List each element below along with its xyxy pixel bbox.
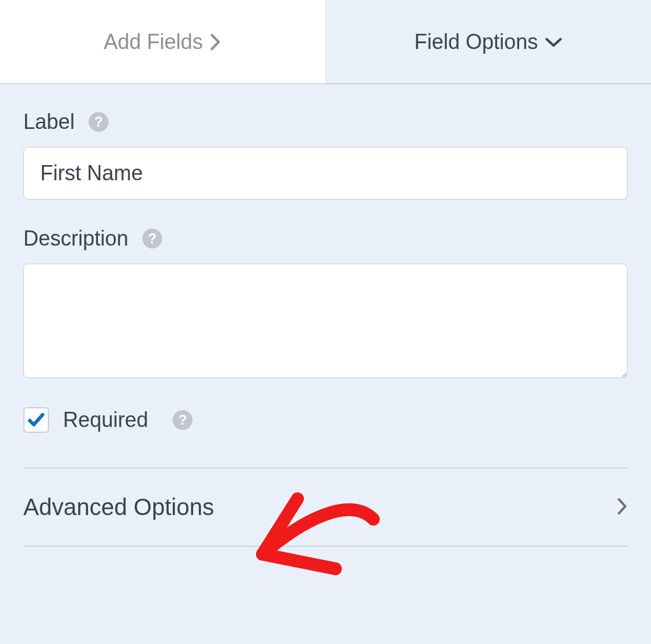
chevron-down-icon xyxy=(545,36,562,48)
required-label: Required xyxy=(63,408,148,432)
required-checkbox[interactable] xyxy=(23,407,49,433)
label-field-group: Label ? xyxy=(23,110,628,200)
advanced-options-title: Advanced Options xyxy=(23,494,214,520)
field-options-panel: Label ? Description ? Required ? Advance… xyxy=(0,84,651,547)
help-icon[interactable]: ? xyxy=(142,229,162,249)
label-input[interactable] xyxy=(23,147,628,200)
description-field-group: Description ? xyxy=(23,226,628,380)
label-heading-row: Label ? xyxy=(23,110,628,134)
chevron-right-icon xyxy=(617,498,628,517)
tab-add-fields-label: Add Fields xyxy=(104,30,203,54)
tab-field-options[interactable]: Field Options xyxy=(326,0,652,83)
chevron-right-icon xyxy=(210,33,222,51)
tabs-bar: Add Fields Field Options xyxy=(0,0,651,84)
required-row: Required ? xyxy=(23,407,628,433)
tab-add-fields[interactable]: Add Fields xyxy=(0,0,326,83)
advanced-options-row[interactable]: Advanced Options xyxy=(23,468,628,547)
description-heading-row: Description ? xyxy=(23,226,628,251)
description-textarea[interactable] xyxy=(23,264,628,378)
description-heading: Description xyxy=(23,226,128,251)
tab-field-options-label: Field Options xyxy=(414,30,538,54)
help-icon[interactable]: ? xyxy=(89,112,108,132)
help-icon[interactable]: ? xyxy=(173,410,192,430)
label-heading: Label xyxy=(23,110,75,134)
